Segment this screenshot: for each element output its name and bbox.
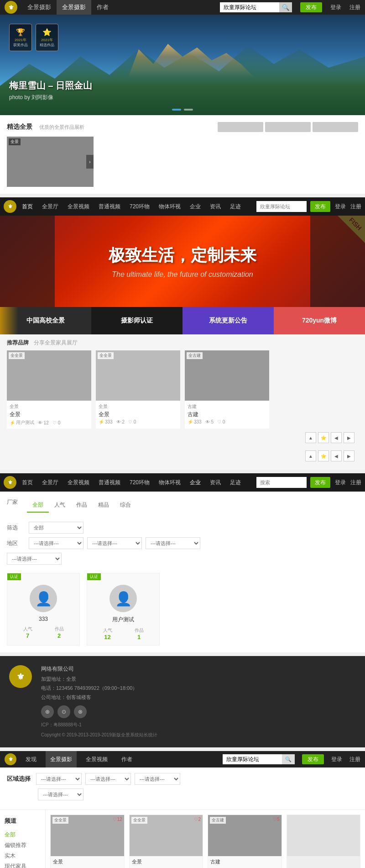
nav4-register[interactable]: 注册 <box>349 756 360 763</box>
bottom-select-4[interactable]: ---请选择--- <box>38 789 83 800</box>
search-button[interactable]: 🔍 <box>279 2 292 12</box>
nav4-discover[interactable]: 发现 <box>21 751 41 767</box>
channel-item-modern[interactable]: 现代家具 <box>5 861 41 868</box>
nav2-register[interactable]: 注册 <box>350 203 361 211</box>
separator-2 <box>0 470 365 473</box>
nav3-panorama-hall[interactable]: 全景厅 <box>38 473 62 492</box>
bottom-select-2[interactable]: ---请选择--- <box>85 773 131 785</box>
rec-thumb-1[interactable]: 全全景 <box>7 350 91 401</box>
nav4-login[interactable]: 登录 <box>331 756 342 763</box>
cat-btn-photographer[interactable]: 摄影师认证 <box>91 307 182 334</box>
factory-tab-composite[interactable]: 综合 <box>115 498 136 513</box>
next-arrow-icon[interactable]: › <box>86 155 94 169</box>
nav2-login[interactable]: 登录 <box>335 203 346 211</box>
social-icon-3[interactable]: ⊗ <box>74 705 87 718</box>
channel-item-featured[interactable]: 偏锁推荐 <box>5 840 41 851</box>
nav3-object-view[interactable]: 物体环视 <box>155 473 184 492</box>
publish-button[interactable]: 发布 <box>300 2 322 12</box>
rec-type-2: 全全景 <box>98 352 114 359</box>
nav-tab-panorama-video[interactable]: 全景摄影 <box>57 0 91 15</box>
filter-select-all[interactable]: 全部 注册会员 付费会员 <box>29 522 83 534</box>
rec-nav-next[interactable]: ▶ <box>344 432 355 443</box>
grid-thumb-1[interactable]: 全全景 ♡12 <box>51 815 124 856</box>
nav2-720-items[interactable]: 720环物 <box>126 197 153 216</box>
nav2-footprint[interactable]: 足迹 <box>226 197 245 216</box>
nav2-news[interactable]: 资讯 <box>206 197 224 216</box>
cat-btn-weibo[interactable]: 720yun微博 <box>274 307 365 334</box>
rec-nav-next-2[interactable]: ▶ <box>344 450 355 461</box>
rec-thumb-3[interactable]: 全古建 <box>185 350 269 401</box>
hero-dot-2[interactable] <box>184 109 193 111</box>
rec-nav-star[interactable]: ⭐ <box>318 432 329 443</box>
nav3-enterprise[interactable]: 企业 <box>186 473 204 492</box>
nav3-search-input[interactable] <box>256 477 307 488</box>
nav2-search-input[interactable] <box>256 201 307 212</box>
nav2-normal-video[interactable]: 普通视频 <box>95 197 124 216</box>
bottom-select-1[interactable]: ---请选择--- <box>36 773 82 785</box>
featured-tabs <box>218 122 358 132</box>
nav3-news[interactable]: 资讯 <box>206 473 224 492</box>
rec-nav-up-2[interactable]: ▲ <box>305 450 316 461</box>
nav-tab-panorama-photo[interactable]: 全景摄影 <box>22 0 57 15</box>
nav3-720-items[interactable]: 720环物 <box>126 473 153 492</box>
login-link[interactable]: 登录 <box>330 4 341 11</box>
rec-thumb-2[interactable]: 全全景 <box>96 350 180 401</box>
featured-section: 精选全景 优质的全景作品展析 全景 › <box>0 115 365 194</box>
factory-tab-quality[interactable]: 精品 <box>93 498 115 513</box>
nav4-panorama-photo[interactable]: 全景摄影 <box>46 751 77 767</box>
filter-select-region-1[interactable]: ---请选择--- <box>29 537 83 549</box>
filter-select-region-4[interactable]: ---请选择--- <box>7 553 62 565</box>
rec-nav-prev[interactable]: ◀ <box>331 432 342 443</box>
nav-tab-author[interactable]: 作者 <box>91 0 114 15</box>
grid-thumb-3[interactable]: 全古建 ♡5 <box>208 815 282 856</box>
nav3-publish-btn[interactable]: 发布 <box>310 477 330 488</box>
hero-dot-1[interactable] <box>172 109 181 111</box>
featured-tab-2[interactable] <box>265 122 311 132</box>
nav4-author[interactable]: 作者 <box>117 751 137 767</box>
grid-count-1: ♡12 <box>113 817 122 822</box>
rec-nav-up[interactable]: ▲ <box>305 432 316 443</box>
factory-tab-popular[interactable]: 人气 <box>49 498 71 513</box>
featured-tab-1[interactable] <box>218 122 263 132</box>
cat-label-update: 系统更新公告 <box>209 317 247 325</box>
nav2-panorama-hall[interactable]: 全景厅 <box>38 197 62 216</box>
cat-btn-university[interactable]: 中国高校全景 <box>0 307 91 334</box>
grid-thumb-2[interactable]: 全全景 ♡2 <box>130 815 203 856</box>
factory-tab-works[interactable]: 作品 <box>71 498 93 513</box>
nav3-normal-video[interactable]: 普通视频 <box>95 473 124 492</box>
nav4-panorama-video[interactable]: 全景视频 <box>81 751 112 767</box>
channel-item-all[interactable]: 全部 <box>5 830 41 840</box>
nav4-search-btn[interactable]: 🔍 <box>282 754 295 764</box>
nav4-logo[interactable]: ⚜ <box>5 753 16 765</box>
nav3-logo[interactable]: ⚜ <box>4 476 16 489</box>
rec-nav-prev-2[interactable]: ◀ <box>331 450 342 461</box>
rec-nav-star-2[interactable]: ⭐ <box>318 450 329 461</box>
featured-tab-3[interactable] <box>313 122 358 132</box>
channel-item-solid-wood[interactable]: 实木 <box>5 851 41 861</box>
nav3-register[interactable]: 注册 <box>350 479 361 487</box>
nav3-footprint[interactable]: 足迹 <box>226 473 245 492</box>
avatar-2: 👤 <box>110 585 137 612</box>
nav3-panorama-video[interactable]: 全景视频 <box>64 473 93 492</box>
filter-select-region-3[interactable]: ---请选择--- <box>146 537 200 549</box>
factory-tab-all[interactable]: 全部 <box>27 498 49 513</box>
search-input[interactable] <box>220 2 279 12</box>
cat-btn-update[interactable]: 系统更新公告 <box>182 307 274 334</box>
nav3-login[interactable]: 登录 <box>335 479 346 487</box>
bottom-select-3[interactable]: ---请选择--- <box>135 773 180 785</box>
nav4-publish-btn[interactable]: 发布 <box>302 754 324 764</box>
nav2-logo[interactable]: ⚜ <box>4 200 16 213</box>
nav2-panorama-video[interactable]: 全景视频 <box>64 197 93 216</box>
nav4-search-input[interactable] <box>223 754 282 764</box>
logo[interactable]: ⚜ <box>5 1 17 14</box>
nav2-home[interactable]: 首页 <box>18 197 36 216</box>
nav2-publish-btn[interactable]: 发布 <box>310 201 330 212</box>
filter-select-region-2[interactable]: ---请选择--- <box>87 537 142 549</box>
featured-thumbnail[interactable]: 全景 › <box>7 137 94 187</box>
nav3-home[interactable]: 首页 <box>18 473 36 492</box>
nav2-enterprise[interactable]: 企业 <box>186 197 204 216</box>
nav2-object-view[interactable]: 物体环视 <box>155 197 184 216</box>
social-icon-1[interactable]: ⊕ <box>41 705 54 718</box>
social-icon-2[interactable]: ⊙ <box>57 705 70 718</box>
register-link[interactable]: 注册 <box>349 4 360 11</box>
